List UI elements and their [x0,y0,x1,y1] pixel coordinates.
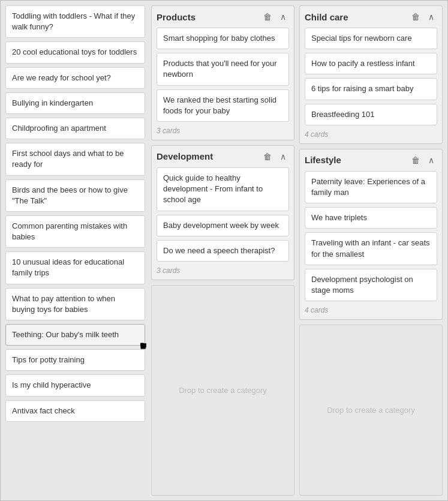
left-card-item[interactable]: 10 unusual ideas for educational family … [5,251,145,284]
category-card-item[interactable]: Special tips for newborn care [305,28,437,49]
category-header: Child care🗑∧ [305,11,437,23]
category-title: Child care [305,12,348,22]
left-card-item[interactable]: What to pay attention to when buying toy… [5,288,145,320]
trash-icon[interactable]: 🗑 [261,11,273,23]
category-header: Development🗑∧ [157,151,289,163]
category-card-item[interactable]: Development psychologist on stage moms [305,269,437,301]
category-box: Products🗑∧Smart shopping for baby clothe… [151,5,294,140]
category-card-item[interactable]: 6 tips for raising a smart baby [305,78,437,100]
left-card-item[interactable]: Bullying in kindergarten [5,92,145,114]
main-container: Toddling with toddlers - What if they wa… [0,0,448,501]
category-box: Child care🗑∧Special tips for newborn car… [299,5,443,144]
left-card-item[interactable]: Common parenting mistakes with babies [5,215,145,248]
left-card-item[interactable]: 20 cool educational toys for toddlers [5,41,145,63]
cards-count: 4 cards [305,306,437,314]
chevron-up-icon[interactable]: ∧ [425,11,437,23]
category-card-item[interactable]: We have triplets [305,207,437,229]
drop-zone-right[interactable]: Drop to create a category [299,325,443,496]
cards-count: 3 cards [157,266,289,275]
left-card-item[interactable]: Are we ready for school yet? [5,67,145,89]
category-header: Lifestyle🗑∧ [305,154,437,166]
left-card-item[interactable]: Childproofing an apartment [5,118,145,139]
category-action-icons: 🗑∧ [261,151,289,163]
trash-icon[interactable]: 🗑 [410,11,422,23]
right-column: Child care🗑∧Special tips for newborn car… [299,5,443,496]
category-card-item[interactable]: We ranked the best starting solid foods … [157,89,289,122]
left-card-item[interactable]: Tips for potty training [5,349,145,371]
left-card-item[interactable]: First school days and what to be ready f… [5,143,145,175]
trash-icon[interactable]: 🗑 [410,154,422,166]
left-card-item[interactable]: Toddling with toddlers - What if they wa… [5,5,145,38]
cards-count: 3 cards [157,127,289,135]
category-action-icons: 🗑∧ [410,11,437,23]
category-title: Products [157,12,196,22]
category-card-item[interactable]: Quick guide to healthy development - Fro… [157,167,289,211]
chevron-up-icon[interactable]: ∧ [425,154,437,166]
category-card-item[interactable]: Paternity leave: Experiences of a family… [305,171,437,203]
trash-icon[interactable]: 🗑 [261,151,273,163]
left-card-item[interactable]: Is my child hyperactive [5,374,145,396]
category-card-item[interactable]: Products that you'll need for your newbo… [157,53,289,85]
category-card-item[interactable]: Smart shopping for baby clothes [157,28,289,49]
category-title: Lifestyle [305,155,341,165]
left-card-item[interactable]: Antivax fact check [5,400,145,422]
category-card-item[interactable]: Baby development week by week [157,215,289,236]
chevron-up-icon[interactable]: ∧ [277,11,289,23]
category-header: Products🗑∧ [157,11,289,23]
category-box: Lifestyle🗑∧Paternity leave: Experiences … [299,149,443,320]
category-card-item[interactable]: Traveling with an infant - car seats for… [305,232,437,265]
category-box: Development🗑∧Quick guide to healthy deve… [151,145,294,280]
category-action-icons: 🗑∧ [410,154,437,166]
left-column: Toddling with toddlers - What if they wa… [5,5,146,496]
columns-area: Products🗑∧Smart shopping for baby clothe… [151,5,443,496]
category-title: Development [157,151,213,161]
middle-column: Products🗑∧Smart shopping for baby clothe… [151,5,294,496]
category-card-item[interactable]: How to pacify a restless infant [305,53,437,74]
left-card-item[interactable]: Birds and the bees or how to give "The T… [5,179,145,212]
category-card-item[interactable]: Do we need a speech therapist? [157,240,289,262]
category-action-icons: 🗑∧ [261,11,289,23]
chevron-up-icon[interactable]: ∧ [277,151,289,163]
left-card-item[interactable]: Teething: Our baby's milk teeth [5,324,145,346]
drop-zone-middle[interactable]: Drop to create a category [151,285,294,496]
category-card-item[interactable]: Breastfeeding 101 [305,104,437,125]
cards-count: 4 cards [305,130,437,139]
